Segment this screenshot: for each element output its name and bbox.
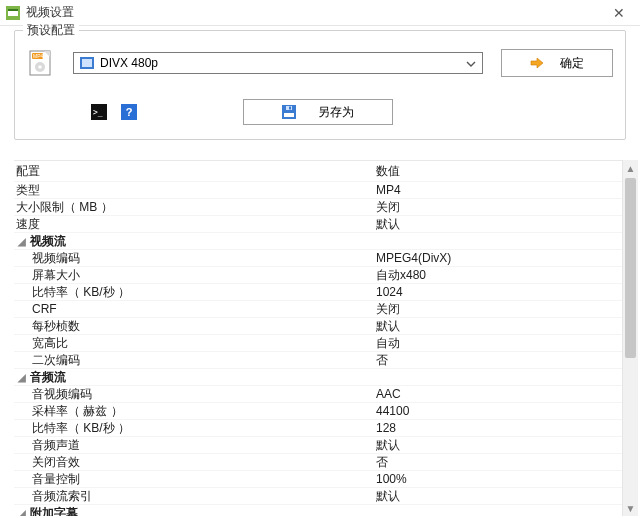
property-value-cell[interactable]: 100% — [374, 472, 622, 486]
property-name: 比特率（ KB/秒 ） — [32, 420, 130, 437]
property-row[interactable]: 比特率（ KB/秒 ）1024 — [14, 283, 622, 300]
preset-select[interactable]: DIVX 480p — [73, 52, 483, 74]
property-name-cell: 音频流索引 — [14, 488, 374, 505]
property-name: 类型 — [16, 182, 40, 199]
property-value: 默认 — [376, 438, 400, 452]
property-row[interactable]: 比特率（ KB/秒 ）128 — [14, 419, 622, 436]
svg-marker-11 — [531, 58, 543, 68]
property-value-cell[interactable]: 默认 — [374, 488, 622, 505]
property-value: 44100 — [376, 404, 409, 418]
property-name: 屏幕大小 — [32, 267, 80, 284]
property-value-cell[interactable]: 否 — [374, 352, 622, 369]
property-value: MPEG4(DivX) — [376, 251, 451, 265]
property-value-cell[interactable]: 自动x480 — [374, 267, 622, 284]
property-value-cell[interactable]: MPEG4(DivX) — [374, 251, 622, 265]
property-value-cell[interactable]: 128 — [374, 421, 622, 435]
mp4-file-icon: MP4 — [27, 49, 55, 77]
property-name-cell: 采样率（ 赫兹 ） — [14, 403, 374, 420]
console-icon[interactable]: >_ — [91, 104, 107, 120]
header-value: 数值 — [374, 163, 622, 180]
property-row[interactable]: 关闭音效否 — [14, 453, 622, 470]
svg-rect-15 — [284, 113, 294, 117]
property-value: 默认 — [376, 489, 400, 503]
property-row[interactable]: 音量控制100% — [14, 470, 622, 487]
preset-legend: 预设配置 — [23, 22, 79, 39]
property-name: 关闭音效 — [32, 454, 80, 471]
property-value-cell[interactable]: 关闭 — [374, 199, 622, 216]
expand-collapse-icon[interactable]: ◢ — [18, 508, 28, 517]
property-value-cell[interactable]: 1024 — [374, 285, 622, 299]
property-name: 音频流 — [30, 369, 66, 386]
confirm-button[interactable]: 确定 — [501, 49, 613, 77]
property-value-cell[interactable]: AAC — [374, 387, 622, 401]
property-value-cell[interactable]: 44100 — [374, 404, 622, 418]
property-name: 比特率（ KB/秒 ） — [32, 284, 130, 301]
save-as-button[interactable]: 另存为 — [243, 99, 393, 125]
vertical-scrollbar[interactable]: ▲ ▼ — [622, 160, 638, 516]
property-group-header[interactable]: ◢视频流 — [14, 232, 622, 249]
property-grid: 配置 数值 类型MP4大小限制（ MB ）关闭速度默认◢视频流视频编码MPEG4… — [14, 160, 638, 516]
svg-point-8 — [38, 65, 42, 69]
property-name: 速度 — [16, 216, 40, 233]
property-name-cell: 比特率（ KB/秒 ） — [14, 284, 374, 301]
property-name-cell: 宽高比 — [14, 335, 374, 352]
property-name-cell: 音视频编码 — [14, 386, 374, 403]
confirm-button-label: 确定 — [560, 55, 584, 72]
property-value: 自动x480 — [376, 268, 426, 282]
property-value-cell[interactable]: 默认 — [374, 437, 622, 454]
scroll-thumb[interactable] — [625, 178, 636, 358]
property-value-cell[interactable]: 关闭 — [374, 301, 622, 318]
property-name-cell: 视频编码 — [14, 250, 374, 267]
tools-row: >_ ? 另存为 — [27, 99, 613, 125]
help-button[interactable]: ? — [121, 104, 137, 120]
property-row[interactable]: 类型MP4 — [14, 181, 622, 198]
scroll-up-button[interactable]: ▲ — [623, 160, 638, 176]
property-row[interactable]: 二次编码否 — [14, 351, 622, 368]
header-config: 配置 — [14, 163, 374, 180]
property-row[interactable]: 音视频编码AAC — [14, 385, 622, 402]
property-row[interactable]: CRF关闭 — [14, 300, 622, 317]
scroll-down-button[interactable]: ▼ — [623, 500, 638, 516]
property-row[interactable]: 音频声道默认 — [14, 436, 622, 453]
preset-select-label: DIVX 480p — [100, 56, 158, 70]
property-name-cell: 比特率（ KB/秒 ） — [14, 420, 374, 437]
property-group-header[interactable]: ◢附加字幕 — [14, 504, 622, 516]
property-value-cell[interactable]: 否 — [374, 454, 622, 471]
property-name-cell: 类型 — [14, 182, 374, 199]
property-row[interactable]: 屏幕大小自动x480 — [14, 266, 622, 283]
preset-format-icon — [80, 57, 94, 69]
expand-collapse-icon[interactable]: ◢ — [18, 236, 28, 247]
property-grid-scroll: 配置 数值 类型MP4大小限制（ MB ）关闭速度默认◢视频流视频编码MPEG4… — [14, 160, 622, 516]
svg-text:>_: >_ — [93, 108, 103, 117]
property-value: MP4 — [376, 183, 401, 197]
property-grid-header: 配置 数值 — [14, 161, 622, 181]
expand-collapse-icon[interactable]: ◢ — [18, 372, 28, 383]
property-row[interactable]: 每秒桢数默认 — [14, 317, 622, 334]
close-button[interactable]: ✕ — [604, 3, 634, 23]
property-name-cell: 二次编码 — [14, 352, 374, 369]
chevron-down-icon — [466, 56, 476, 70]
property-row[interactable]: 宽高比自动 — [14, 334, 622, 351]
property-value-cell[interactable]: 默认 — [374, 318, 622, 335]
property-row[interactable]: 大小限制（ MB ）关闭 — [14, 198, 622, 215]
property-name: 音量控制 — [32, 471, 80, 488]
property-value-cell[interactable]: MP4 — [374, 183, 622, 197]
property-value-cell[interactable]: 自动 — [374, 335, 622, 352]
property-name-cell: 大小限制（ MB ） — [14, 199, 374, 216]
property-value-cell[interactable]: 默认 — [374, 216, 622, 233]
property-name: 采样率（ 赫兹 ） — [32, 403, 123, 420]
property-row[interactable]: 采样率（ 赫兹 ）44100 — [14, 402, 622, 419]
property-group-header[interactable]: ◢音频流 — [14, 368, 622, 385]
property-row[interactable]: 视频编码MPEG4(DivX) — [14, 249, 622, 266]
property-name-cell: 速度 — [14, 216, 374, 233]
arrow-right-icon — [530, 57, 544, 69]
property-name: 音视频编码 — [32, 386, 92, 403]
property-value: 关闭 — [376, 200, 400, 214]
svg-rect-2 — [8, 9, 18, 11]
property-value: 100% — [376, 472, 407, 486]
property-name: 宽高比 — [32, 335, 68, 352]
floppy-disk-icon — [282, 105, 296, 119]
property-value: 默认 — [376, 319, 400, 333]
property-row[interactable]: 音频流索引默认 — [14, 487, 622, 504]
property-row[interactable]: 速度默认 — [14, 215, 622, 232]
